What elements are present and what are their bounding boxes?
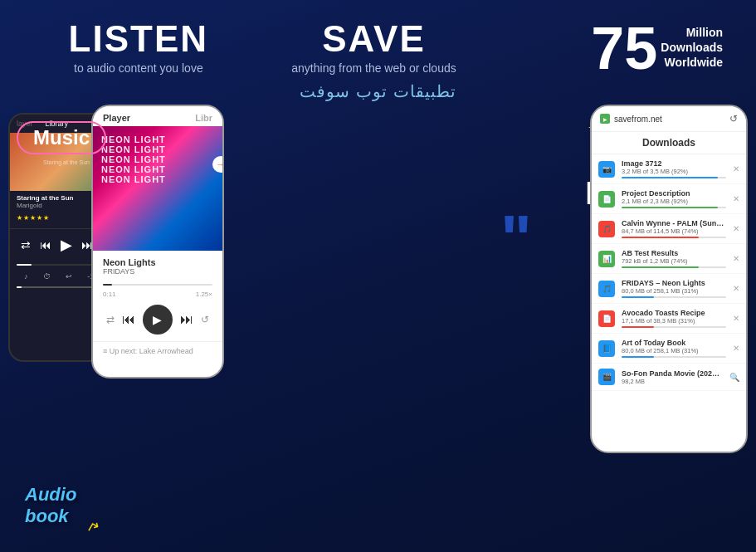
dl-info-6: Avocado Toasts Recipe 17,1 MB of 38,3 MB… [622,309,726,328]
dl-item-2: 📄 Project Description 2,1 MB of 2,3 MB (… [592,184,746,214]
dl-info-2: Project Description 2,1 MB of 2,3 MB (92… [622,189,726,208]
downloads-title: Downloads [592,132,746,154]
arrow-indicator: → [212,156,224,173]
dl-icon-5: 🎵 [598,281,615,297]
dl-icon-7: 📘 [598,340,615,357]
dl-info-5: FRIDAYS – Neon Lights 80,0 MB of 258,1 M… [622,279,726,298]
close-icon-5[interactable]: ✕ [733,284,739,293]
search-icon-8[interactable]: 🔍 [729,373,739,382]
downloads-label: Million Downloads Worldwide [661,18,723,71]
dl-item-4: 📊 AB Test Results 792 kB of 1,2 MB (74%)… [592,244,746,274]
close-icon-6[interactable]: ✕ [733,314,739,323]
dl-item-6: 📄 Avocado Toasts Recipe 17,1 MB of 38,3 … [592,304,746,334]
controls-mid: ⇄ ⏮ ▶ ⏭ ↺ [93,298,222,341]
site-info: ▶ savefrom.net [600,114,662,124]
phone-mid-header: Player Libr [93,106,222,126]
shuffle-icon[interactable]: ⇄ [21,238,31,252]
dl-info-7: Art of Today Book 80,0 MB of 258,1 MB (3… [622,339,726,358]
progress-bar-mid [103,284,212,286]
listen-subtitle: to audio content you love [25,61,252,75]
dl-icon-2: 📄 [598,191,615,208]
play-btn-mid[interactable]: ▶ [143,305,173,335]
dl-item-5: 🎵 FRIDAYS – Neon Lights 80,0 MB of 258,1… [592,274,746,304]
shuffle-btn[interactable]: ⇄ [106,314,115,325]
up-next: ≡ Up next: Lake Arrowhead [93,341,222,360]
song-artist-mid: FRIDAYS [103,267,212,276]
repeat-btn[interactable]: ↺ [201,314,209,325]
speed-label: 1.25× [196,291,212,298]
close-icon-4[interactable]: ✕ [733,254,739,263]
save-subtitle: anything from the web or clouds [261,61,488,75]
close-icon-3[interactable]: ✕ [733,224,739,233]
prev-icon[interactable]: ⏮ [40,238,51,252]
dl-info-8: So-Fon Panda Movie (2021) 720b 98,2 MB [622,369,723,385]
dl-icon-6: 📄 [598,310,615,327]
dl-icon-8: 🎬 [598,369,615,385]
listen-title: LISTEN [25,18,252,60]
time-bar-fill [17,264,32,266]
song-details-mid: Neon Lights FRIDAYS [93,251,222,279]
library-tab[interactable]: Libr [195,113,212,123]
reload-icon[interactable]: ↺ [729,113,738,125]
main-container: LISTEN to audio content you love SAVE an… [0,0,756,552]
dl-item-8: 🎬 So-Fon Panda Movie (2021) 720b 98,2 MB… [592,364,746,391]
progress-fill-mid [103,284,112,286]
dl-info-4: AB Test Results 792 kB of 1,2 MB (74%) [622,249,726,268]
quote-mark-icon: " [500,212,532,266]
music-label: Music [17,121,106,154]
save-title: SAVE [261,18,488,60]
audiobook-label: Audiobook [25,484,76,527]
save-column: SAVE anything from the web or clouds [261,18,488,75]
song-title-mid: Neon Lights [103,257,212,267]
top-section: LISTEN to audio content you love SAVE an… [0,0,756,86]
dl-info-1: Image 3712 3,2 MB of 3,5 MB (92%) [622,159,726,178]
dl-icon-1: 📷 [598,161,615,178]
site-icon: ▶ [600,114,610,124]
close-icon-2[interactable]: ✕ [733,194,739,203]
dl-item-3: 🎵 Calvin Wynne - PALM (Sunshi... 84,7 MB… [592,214,746,244]
downloads-header: ▶ savefrom.net ↺ [592,106,746,132]
time-labels: 0:11 1.25× [93,291,222,298]
stats-column: 75 Million Downloads Worldwide [495,18,731,78]
dl-item-7: 📘 Art of Today Book 80,0 MB of 258,1 MB … [592,334,746,364]
play-icon[interactable]: ▶ [61,236,72,254]
listen-column: LISTEN to audio content you love [25,18,252,75]
dl-icon-3: 🎵 [598,221,615,237]
dl-icon-4: 📊 [598,251,615,267]
player-tab[interactable]: Player [103,113,130,123]
arabic-brand-text: تطبيقات توب سوفت [0,81,756,101]
middle-section: Music layer Library Staring at the Sun S… [0,105,756,552]
audiobook-arrow-icon: ↱ [84,517,104,540]
close-icon-1[interactable]: ✕ [733,164,739,173]
phone-downloads: ▶ savefrom.net ↺ Downloads 📷 Image 3712 … [590,105,748,453]
next-btn[interactable]: ⏭ [180,312,193,327]
dl-item-1: 📷 Image 3712 3,2 MB of 3,5 MB (92%) ✕ [592,154,746,184]
left-phone-area: Music layer Library Staring at the Sun S… [8,105,266,552]
dl-info-3: Calvin Wynne - PALM (Sunshi... 84,7 MB o… [622,219,726,238]
site-name: savefrom.net [614,115,662,124]
prev-btn[interactable]: ⏮ [122,312,135,327]
downloads-number: 75 [591,18,657,78]
current-time: 0:11 [103,291,116,298]
close-icon-7[interactable]: ✕ [733,344,739,353]
neon-album-art: NEON LIGHT NEON LIGHT NEON LIGHT NEON LI… [93,126,222,251]
phone-middle: Player Libr NEON LIGHT NEON LIGHT NEON L… [91,105,224,379]
